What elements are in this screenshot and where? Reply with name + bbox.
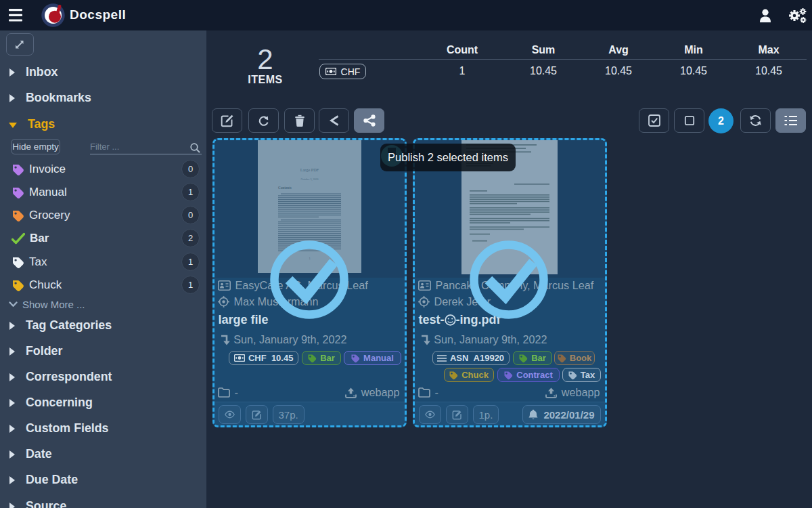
svg-text:Large PDF: Large PDF [300,167,319,172]
svg-text:Contents: Contents [278,186,292,190]
